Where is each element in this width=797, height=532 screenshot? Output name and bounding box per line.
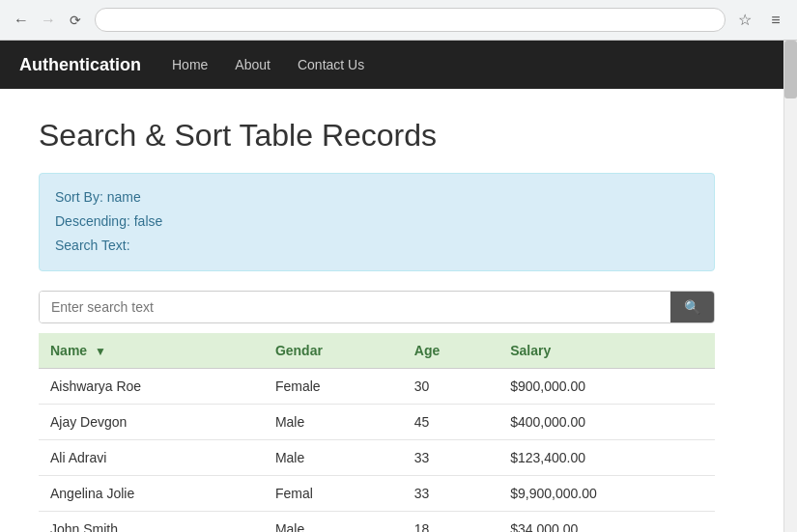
search-button[interactable]: 🔍 xyxy=(670,292,714,322)
table-body: Aishwarya RoeFemale30$900,000.00Ajay Dev… xyxy=(39,368,715,532)
reload-button[interactable]: ⟳ xyxy=(64,9,87,32)
search-icon: 🔍 xyxy=(684,299,700,315)
table-row: Angelina JolieFemal33$9,900,000.00 xyxy=(39,475,715,511)
cell-age: 30 xyxy=(403,368,498,404)
search-input[interactable] xyxy=(40,292,670,322)
scrollbar-track[interactable] xyxy=(783,41,797,532)
address-bar: localhost:47282/#/about xyxy=(95,8,726,32)
info-search-text: Search Text: xyxy=(55,234,698,258)
navbar: Authentication Home About Contact Us xyxy=(0,41,783,89)
cell-salary: $400,000.00 xyxy=(498,404,715,439)
cell-name: Aishwarya Roe xyxy=(39,368,264,404)
cell-name: Ali Adravi xyxy=(39,439,264,475)
navbar-nav: Home About Contact Us xyxy=(160,49,376,80)
nav-home[interactable]: Home xyxy=(160,49,219,80)
menu-button[interactable]: ≡ xyxy=(764,9,787,32)
info-sort-by: Sort By: name xyxy=(55,185,698,210)
scrollbar-thumb[interactable] xyxy=(784,41,797,98)
cell-salary: $900,000.00 xyxy=(498,368,715,404)
cell-name: Angelina Jolie xyxy=(39,475,264,511)
search-container: 🔍 xyxy=(39,291,715,323)
main-content: Search & Sort Table Records Sort By: nam… xyxy=(0,89,754,532)
page-scroll: Authentication Home About Contact Us Sea… xyxy=(0,41,783,532)
cell-gender: Male xyxy=(264,439,403,475)
bookmark-button[interactable]: ☆ xyxy=(733,9,756,32)
cell-salary: $9,900,000.00 xyxy=(498,475,715,511)
cell-gender: Male xyxy=(264,404,403,439)
table-row: Aishwarya RoeFemale30$900,000.00 xyxy=(39,368,715,404)
cell-age: 18 xyxy=(403,511,498,532)
info-descending: Descending: false xyxy=(55,210,698,234)
cell-gender: Female xyxy=(264,368,403,404)
col-header-salary[interactable]: Salary xyxy=(498,333,715,369)
page-title: Search & Sort Table Records xyxy=(39,118,715,154)
forward-button[interactable]: → xyxy=(37,9,60,32)
cell-salary: $34,000.00 xyxy=(498,511,715,532)
cell-salary: $123,400.00 xyxy=(498,439,715,475)
table-row: John SmithMale18$34,000.00 xyxy=(39,511,715,532)
cell-gender: Male xyxy=(264,511,403,532)
col-header-gender[interactable]: Gendar xyxy=(264,333,403,369)
back-button[interactable]: ← xyxy=(10,9,33,32)
cell-name: Ajay Devgon xyxy=(39,404,264,439)
page-wrapper: Authentication Home About Contact Us Sea… xyxy=(0,41,797,532)
cell-age: 33 xyxy=(403,475,498,511)
cell-name: John Smith xyxy=(39,511,264,532)
table-header-row: Name ▼ Gendar Age Salary xyxy=(39,333,715,369)
col-header-age[interactable]: Age xyxy=(403,333,498,369)
cell-age: 45 xyxy=(403,404,498,439)
data-table: Name ▼ Gendar Age Salary xyxy=(39,333,715,532)
nav-contact[interactable]: Contact Us xyxy=(286,49,376,80)
table-row: Ali AdraviMale33$123,400.00 xyxy=(39,439,715,475)
info-box: Sort By: name Descending: false Search T… xyxy=(39,173,715,271)
cell-age: 33 xyxy=(403,439,498,475)
browser-chrome: ← → ⟳ localhost:47282/#/about ☆ ≡ xyxy=(0,0,797,41)
table-row: Ajay DevgonMale45$400,000.00 xyxy=(39,404,715,439)
url-input[interactable]: localhost:47282/#/about xyxy=(107,13,713,27)
navbar-brand[interactable]: Authentication xyxy=(19,55,141,75)
nav-about[interactable]: About xyxy=(223,49,282,80)
sort-icon: ▼ xyxy=(95,345,106,358)
col-header-name[interactable]: Name ▼ xyxy=(39,333,264,369)
cell-gender: Femal xyxy=(264,475,403,511)
